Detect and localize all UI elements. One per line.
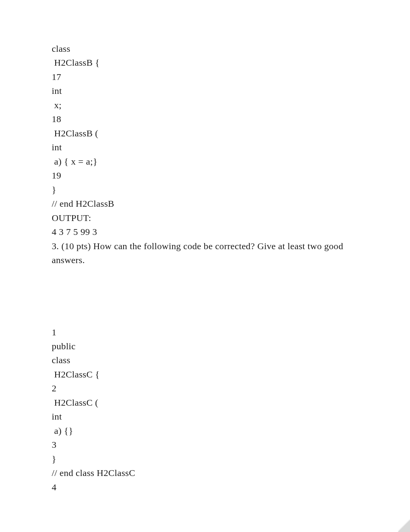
code-line: int <box>52 84 364 98</box>
code-line: 19 <box>52 168 364 182</box>
code-line: // end H2ClassB <box>52 197 364 211</box>
code-line: 4 3 7 5 99 3 <box>52 225 364 239</box>
question-text: 3. (10 pts) How can the following code b… <box>52 239 364 267</box>
code-line: x; <box>52 98 364 112</box>
code-line: 4 <box>52 480 364 494</box>
code-line: int <box>52 410 364 423</box>
code-line: 18 <box>52 112 364 126</box>
page-curl-icon <box>394 516 410 532</box>
code-line: public <box>52 339 364 353</box>
code-line: H2ClassC ( <box>52 396 364 410</box>
code-line: 17 <box>52 70 364 84</box>
code-line: OUTPUT: <box>52 211 364 225</box>
code-line: 3 <box>52 438 364 452</box>
code-line: } <box>52 452 364 466</box>
code-line: H2ClassC { <box>52 367 364 381</box>
code-line: H2ClassB { <box>52 56 364 70</box>
code-line: 2 <box>52 381 364 395</box>
code-line: a) { x = a;} <box>52 155 364 168</box>
code-line: a) {} <box>52 424 364 438</box>
section-gap <box>52 267 364 325</box>
code-line: } <box>52 183 364 197</box>
code-line: H2ClassB ( <box>52 126 364 140</box>
code-line: 1 <box>52 325 364 339</box>
code-line: int <box>52 140 364 154</box>
code-line: class <box>52 353 364 367</box>
code-line: // end class H2ClassC <box>52 466 364 480</box>
document-page: class H2ClassB { 17 int x; 18 H2ClassB (… <box>0 0 410 532</box>
code-line: class <box>52 42 364 56</box>
